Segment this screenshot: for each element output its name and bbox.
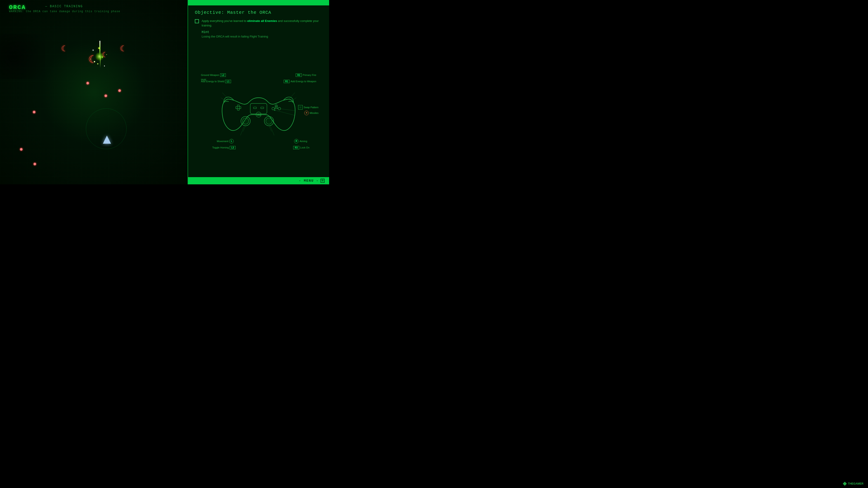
l1-text: Add Energy to Shield xyxy=(201,80,224,83)
r2-text: Primary Fire xyxy=(303,74,316,76)
svg-point-12 xyxy=(243,118,249,124)
menu-icon[interactable]: ≡ xyxy=(320,179,324,183)
game-viewport: ORCA — BASIC TRAINING WARNING: the ORCA … xyxy=(0,0,188,184)
l1-label-group: Add Energy to Shield L1 xyxy=(201,80,231,83)
objective-text: Apply everything you've learned to elimi… xyxy=(202,19,322,28)
svg-rect-16 xyxy=(260,107,264,108)
energy-orb-4 xyxy=(33,111,35,113)
l3-label-group: Toggle Homing L3 xyxy=(212,146,236,149)
svg-point-4 xyxy=(278,107,281,110)
svg-line-27 xyxy=(275,110,295,115)
ls-text: Movement xyxy=(217,140,228,142)
hint-title: Hint xyxy=(202,30,322,34)
shadow-left xyxy=(0,34,45,79)
menu-icon-symbol: ≡ xyxy=(321,179,324,183)
right-panel: Objective: Master the ORCA Apply everyth… xyxy=(188,0,329,184)
svg-text:PS: PS xyxy=(257,113,260,116)
svg-point-19 xyxy=(258,115,259,116)
game-subtitle: — BASIC TRAINING xyxy=(45,4,83,8)
r3-tag: R3 xyxy=(293,146,299,149)
controller-container: Ground Weapon L2 Hold Add Energy to Shie… xyxy=(196,73,321,146)
rs-tag: R xyxy=(294,139,299,143)
r3-text: Lock On xyxy=(300,146,309,149)
svg-point-14 xyxy=(266,118,272,124)
r2-tag: R2 xyxy=(296,73,302,77)
svg-rect-1 xyxy=(236,106,241,108)
svg-line-24 xyxy=(288,92,295,99)
objective-title: Objective: Master the ORCA xyxy=(195,10,322,15)
svg-line-31 xyxy=(270,126,274,135)
hint-section: Hint Losing the ORCA will result in fail… xyxy=(195,30,322,38)
hint-text: Losing the ORCA will result in failing F… xyxy=(202,35,322,38)
svg-point-2 xyxy=(275,105,278,107)
r1-label-group: R1 Add Energy to Weapon xyxy=(284,80,316,83)
svg-point-18 xyxy=(258,115,258,116)
particle-6 xyxy=(104,66,105,66)
controller-section: Ground Weapon L2 Hold Add Energy to Shie… xyxy=(188,42,329,177)
svg-point-17 xyxy=(257,115,257,116)
svg-line-26 xyxy=(279,108,295,110)
particle-4 xyxy=(90,59,91,59)
rs-text: Aiming xyxy=(300,140,307,142)
svg-line-22 xyxy=(222,92,229,99)
explosion xyxy=(86,45,113,77)
enemy-ship-1: ☽ xyxy=(61,43,66,53)
svg-point-5 xyxy=(272,107,275,110)
svg-line-29 xyxy=(241,126,244,135)
cross-tag: ✕ xyxy=(304,111,309,115)
particle-5 xyxy=(97,63,98,64)
l3-text: Toggle Homing xyxy=(212,146,229,149)
top-bar xyxy=(188,0,329,5)
obj-highlight: eliminate all Enemies xyxy=(247,19,277,23)
particle-8 xyxy=(94,61,95,62)
l2-tag: L2 xyxy=(220,73,226,77)
svg-rect-8 xyxy=(250,103,267,113)
rs-label-group: R Aiming xyxy=(294,139,307,143)
objective-checkbox xyxy=(195,19,199,23)
energy-orb-3 xyxy=(104,94,107,97)
menu-bar: - MENU - ≡ xyxy=(188,177,329,184)
energy-orb-6 xyxy=(33,163,36,165)
particle-3 xyxy=(102,57,103,58)
svg-marker-3 xyxy=(275,105,278,109)
square-text: Swap Pattern xyxy=(304,106,318,109)
svg-rect-15 xyxy=(253,107,256,108)
r1-text: Add Energy to Weapon xyxy=(290,80,316,83)
cross-label-group: ✕ Missiles xyxy=(304,111,318,115)
controller-diagram: PS xyxy=(217,85,301,137)
particle-2 xyxy=(93,50,94,51)
svg-rect-0 xyxy=(237,105,239,110)
player-ship xyxy=(103,135,111,144)
r2-label-group: R2 Primary Fire xyxy=(296,73,316,77)
l3-tag: L3 xyxy=(230,146,236,149)
game-warning: WARNING: the ORCA can take damage during… xyxy=(9,10,120,13)
energy-orb-1 xyxy=(86,82,89,85)
grid-overlay xyxy=(0,0,188,184)
particle-1 xyxy=(98,47,100,49)
r3-label-group: R3 Lock On xyxy=(293,146,309,149)
svg-point-20 xyxy=(259,115,260,116)
l2-text: Ground Weapon xyxy=(201,74,219,76)
enemy-ship-2: ☽ xyxy=(120,43,125,53)
energy-orb-2 xyxy=(118,89,121,92)
square-label-group: □ Swap Pattern xyxy=(298,105,318,109)
laser-beam-2 xyxy=(100,57,101,68)
svg-point-21 xyxy=(260,115,260,116)
cross-text: Missiles xyxy=(310,111,318,114)
svg-line-30 xyxy=(269,126,272,131)
objective-section: Objective: Master the ORCA Apply everyth… xyxy=(188,5,329,42)
svg-line-28 xyxy=(243,126,246,131)
ls-tag: L xyxy=(229,139,234,143)
l1-tag: L1 xyxy=(225,80,231,83)
ls-label-group: Movement L xyxy=(217,139,234,143)
energy-orb-5 xyxy=(20,148,23,151)
menu-label: - MENU - xyxy=(299,179,319,183)
particle-7 xyxy=(106,54,107,55)
obj-text-1: Apply everything you've learned to xyxy=(202,19,247,23)
r1-tag: R1 xyxy=(284,80,290,83)
objective-item-1: Apply everything you've learned to elimi… xyxy=(195,19,322,28)
